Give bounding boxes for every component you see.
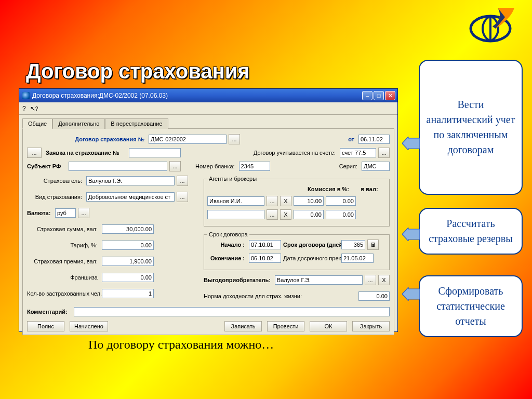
franchise-input[interactable] <box>102 273 154 282</box>
help-icon[interactable]: ? <box>22 105 26 112</box>
post-button[interactable]: Провести <box>267 321 304 331</box>
type-input[interactable] <box>86 192 175 202</box>
end-label: Окончание : <box>207 255 247 261</box>
comment-label: Комментарий: <box>27 309 72 315</box>
currency-label: Валюта: <box>27 210 53 216</box>
start-input[interactable] <box>249 240 281 249</box>
callout-reserves: Рассчитать страховые резервы <box>419 208 523 255</box>
account-picker[interactable]: ... <box>378 148 390 158</box>
series-label: Серия: <box>339 163 360 169</box>
term-days-input[interactable] <box>341 240 365 249</box>
insurer-label: Страхователь: <box>27 178 84 184</box>
svg-marker-4 <box>402 287 420 301</box>
blank-no-input[interactable] <box>239 162 270 171</box>
beneficiary-input[interactable] <box>275 275 363 285</box>
series-input[interactable] <box>362 162 390 171</box>
early-date-input[interactable] <box>341 254 374 263</box>
titlebar[interactable]: Договора страхования:ДМС-02/2002 (07.06.… <box>19 89 397 102</box>
callout-reports: Сформировать статистические отчеты <box>419 275 523 337</box>
blank-no-label: Номер бланка: <box>195 163 237 169</box>
agent1-picker[interactable]: ... <box>267 196 278 206</box>
sum-label: Страховая сумма, вал: <box>27 226 100 232</box>
comment-input[interactable] <box>74 307 390 316</box>
type-label: Вид страхования: <box>27 194 84 200</box>
premium-label: Страховая премия, вал: <box>27 258 100 264</box>
polis-button[interactable]: Полис <box>27 321 64 331</box>
window-title: Договора страхования:ДМС-02/2002 (07.06.… <box>32 92 362 99</box>
request-no-input[interactable] <box>129 148 181 157</box>
term-days-calc[interactable]: 🖩 <box>367 240 379 250</box>
franchise-label: Франшиза <box>27 274 100 281</box>
subject-rf-label: Субъект РФ <box>27 163 66 169</box>
subject-rf-input[interactable] <box>69 162 167 171</box>
arrow-icon <box>402 137 420 150</box>
tab-panel-general: Договор страхования № ... от ... Заявка … <box>22 128 394 335</box>
svg-marker-2 <box>402 137 420 150</box>
close-form-button[interactable]: Закрыть <box>352 321 390 331</box>
agent2-pct-input[interactable] <box>294 210 324 219</box>
close-button[interactable]: ✕ <box>385 91 395 100</box>
charged-button[interactable]: Начислено <box>70 321 108 331</box>
contract-no-input[interactable] <box>149 135 227 144</box>
contract-no-picker[interactable]: ... <box>229 134 240 144</box>
agents-group: Агенты и брокеры Комиссия в %: в вал: ..… <box>204 176 390 227</box>
tab-reinsurance[interactable]: В перестрахование <box>105 118 168 129</box>
commission-label: Комиссия в %: <box>306 186 353 192</box>
in-currency-label: в вал: <box>355 186 386 192</box>
yield-norm-input[interactable] <box>358 291 390 301</box>
account-input[interactable] <box>340 148 376 157</box>
slide-title: Договор страхования <box>26 60 250 83</box>
brand-logo <box>464 8 516 44</box>
request-picker[interactable]: ... <box>27 148 42 158</box>
agent1-clear[interactable]: X <box>280 196 291 206</box>
term-legend: Срок договора <box>207 231 249 237</box>
from-label: от <box>348 136 356 142</box>
tariff-label: Тариф, %: <box>27 242 100 248</box>
agent1-val-input[interactable] <box>326 196 356 206</box>
app-icon <box>22 92 30 99</box>
account-label: Договор учитывается на счете: <box>254 150 338 156</box>
insurer-input[interactable] <box>86 176 175 185</box>
save-button[interactable]: Записать <box>224 321 262 331</box>
arrow-icon <box>402 287 420 301</box>
app-window: Договора страхования:ДМС-02/2002 (07.06.… <box>19 88 398 332</box>
tab-additional[interactable]: Дополнительно <box>52 118 105 129</box>
minimize-button[interactable]: – <box>362 91 373 100</box>
arrow-icon <box>402 228 420 241</box>
persons-input[interactable] <box>102 289 154 298</box>
term-group: Срок договора Начало : Срок договора (дн… <box>204 231 390 270</box>
agent2-val-input[interactable] <box>326 210 356 219</box>
type-picker[interactable]: ... <box>177 192 188 202</box>
subject-rf-picker[interactable]: ... <box>169 161 181 171</box>
svg-marker-3 <box>402 228 420 241</box>
from-date-input[interactable] <box>358 135 390 144</box>
currency-picker[interactable]: ... <box>78 208 89 218</box>
sum-input[interactable] <box>102 224 154 234</box>
premium-input[interactable] <box>102 257 154 266</box>
agent1-name-input[interactable] <box>207 196 264 206</box>
persons-label: Кол-во застрахованных чел. <box>27 290 100 297</box>
beneficiary-picker[interactable]: ... <box>365 275 376 285</box>
yield-norm-label: Норма доходности для страх. жизни: <box>204 293 356 299</box>
tariff-input[interactable] <box>102 241 154 250</box>
agents-legend: Агенты и брокеры <box>207 176 258 182</box>
slide-caption: По договору страхования можно… <box>88 338 274 352</box>
callout-analytics: Вести аналитический учет по заключенным … <box>419 60 523 195</box>
end-input[interactable] <box>249 254 281 263</box>
insurer-picker[interactable]: ... <box>177 176 188 186</box>
cursor-help-icon[interactable]: ↖? <box>30 105 38 112</box>
agent2-clear[interactable]: X <box>280 209 291 220</box>
ok-button[interactable]: ОК <box>310 321 347 331</box>
maximize-button[interactable]: □ <box>374 91 384 100</box>
term-days-label: Срок договора (дней): <box>283 242 339 248</box>
beneficiary-clear[interactable]: X <box>378 275 390 285</box>
currency-input[interactable] <box>55 208 76 218</box>
beneficiary-label: Выгодоприобретатель: <box>204 277 273 283</box>
tab-strip: Общие Дополнительно В перестрахование <box>19 115 397 128</box>
agent2-picker[interactable]: ... <box>267 209 278 220</box>
agent1-pct-input[interactable] <box>294 196 324 206</box>
start-label: Начало : <box>207 242 247 248</box>
agent2-name-input[interactable] <box>207 210 264 219</box>
request-no-label: Заявка на страхование № <box>44 150 127 156</box>
tab-general[interactable]: Общие <box>22 118 52 129</box>
